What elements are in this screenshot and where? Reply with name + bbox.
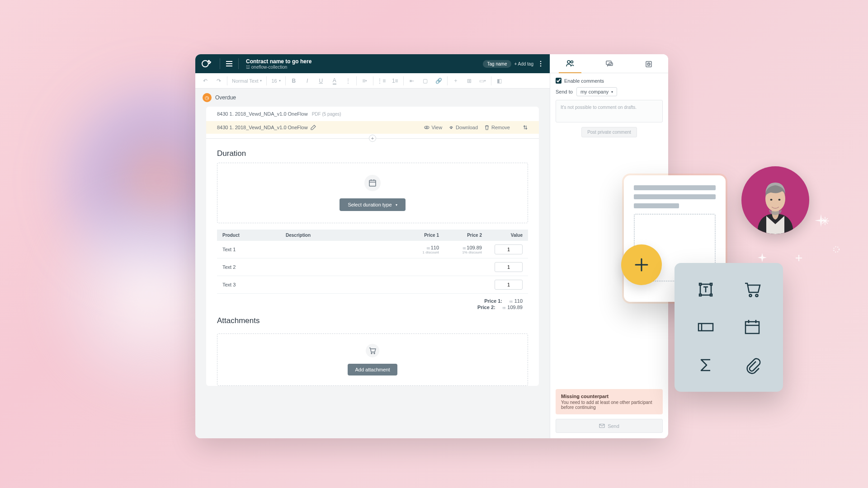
contract-title: Contract name to go here [246,58,483,65]
status-bar: ◷ Overdue [195,89,550,107]
font-size-select[interactable]: 16▾ [269,78,283,84]
send-to-label: Send to [556,89,573,94]
svg-point-28 [755,294,758,296]
outdent-button[interactable]: ⇤ [406,75,418,87]
text-style-select[interactable]: Normal Text▾ [229,78,264,84]
warning-box: Missing counterpart You need to add at l… [556,389,663,414]
send-button[interactable]: Send [556,419,663,433]
deco-sparkle [758,253,767,262]
add-attachment-button[interactable]: Add attachment [348,364,397,375]
svg-point-0 [202,61,208,67]
svg-point-16 [371,353,372,354]
tag-chip[interactable]: Tag name [483,60,512,68]
svg-point-3 [209,63,210,64]
numbered-list-button[interactable]: 1≡ [389,75,401,87]
tab-comments[interactable] [598,54,621,73]
tab-participants[interactable] [559,54,581,73]
sigma-icon [686,350,725,380]
svg-point-19 [571,61,573,63]
app-main: Contract name to go here ☳ oneflow-colle… [195,54,550,438]
col-price1: Price 1 [396,233,439,238]
attachments-box: Add attachment [217,333,528,386]
table-button[interactable]: ⊞ [463,75,476,87]
enable-comments-checkbox[interactable] [556,78,561,84]
svg-point-8 [540,63,542,65]
document-file-row: 8430 1. 2018_Vewd_NDA_v1.0 OneFlow View … [206,121,539,134]
text-more-button[interactable]: ⋮ [342,75,354,87]
warning-title: Missing counterpart [561,394,657,399]
add-tag-button[interactable]: + Add tag [514,61,533,66]
svg-point-37 [770,199,773,201]
table-row: Text 1 ttt1101 discount ttt109.891% disc… [217,241,528,258]
svg-point-1 [208,61,209,61]
link-button[interactable]: 🔗 [433,75,445,87]
status-text: Overdue [215,94,236,101]
post-comment-button[interactable]: Post private comment [581,127,637,137]
redo-button[interactable]: ↷ [212,75,225,87]
layout-button[interactable]: ▭ ▾ [476,75,489,87]
send-to-row: Send to my company▾ [556,87,663,96]
svg-point-17 [374,353,375,354]
warning-text: You need to add at least one other parti… [561,400,657,410]
view-button[interactable]: View [424,125,442,130]
deco-sparkle [796,255,802,261]
send-to-select[interactable]: my company▾ [576,87,617,96]
bold-button[interactable]: B [288,75,300,87]
deco-sparkle [831,244,842,255]
calendar-icon [364,175,381,191]
app-window: Contract name to go here ☳ oneflow-colle… [195,54,668,438]
menu-icon[interactable] [225,59,234,68]
col-price2: Price 2 [439,233,482,238]
comment-textarea[interactable]: It's not possible to comment on drafts. [556,100,663,122]
svg-point-39 [834,247,839,252]
add-button[interactable]: ＋ [449,75,462,87]
sidebar-bottom: Missing counterpart You need to add at l… [550,384,668,438]
reorder-icon[interactable] [523,125,528,130]
select-duration-button[interactable]: Select duration type▾ [340,198,405,211]
italic-button[interactable]: I [301,75,314,87]
svg-point-7 [540,61,542,62]
settings-button[interactable]: ◧ [493,75,506,87]
align-button[interactable]: ≡ ▾ [359,75,371,87]
contract-collection: ☳ oneflow-collection [246,65,483,70]
app-header: Contract name to go here ☳ oneflow-colle… [195,54,550,73]
bullet-list-button[interactable]: ⋮≡ [375,75,388,87]
add-section-button[interactable]: + [369,135,376,142]
calendar-big-icon [733,313,771,343]
download-button[interactable]: Download [448,125,478,130]
underline-button[interactable]: U [315,75,327,87]
sidebar-tabs [550,54,668,73]
paperclip-icon [733,350,771,380]
image-button[interactable]: ▢ [419,75,432,87]
svg-rect-12 [369,180,376,186]
document-card: 8430 1. 2018_Vewd_NDA_v1.0 OneFlow PDF (… [206,107,539,386]
value-input[interactable] [495,280,523,290]
svg-rect-29 [698,324,713,331]
more-icon[interactable] [537,60,544,67]
svg-point-9 [540,66,542,67]
table-row: Text 2 [217,258,528,276]
deco-sparkle [821,217,829,225]
svg-rect-31 [745,322,759,333]
undo-button[interactable]: ↶ [199,75,212,87]
edit-icon[interactable] [311,125,316,130]
duration-section-title: Duration [206,143,539,163]
editor-toolbar: ↶ ↷ Normal Text▾ 16▾ B I U A ⋮ ≡ ▾ ⋮≡ 1≡… [195,73,550,89]
app-logo [201,58,212,69]
value-input[interactable] [495,244,523,254]
overdue-icon: ◷ [203,93,212,102]
price-totals: Price 1:ttt110 Price 2:ttt109.89 [222,298,523,310]
col-value: Value [482,233,523,238]
svg-rect-21 [609,63,613,66]
svg-point-38 [778,199,781,201]
remove-button[interactable]: Remove [484,125,510,130]
col-product: Product [222,233,286,238]
tab-audit[interactable] [637,54,660,73]
enable-comments-row[interactable]: Enable comments [556,78,663,84]
floating-add-icon [621,244,662,285]
svg-point-10 [425,126,429,129]
color-button[interactable]: A [328,75,341,87]
textbox-icon [686,275,725,305]
svg-point-11 [426,127,428,128]
value-input[interactable] [495,262,523,272]
